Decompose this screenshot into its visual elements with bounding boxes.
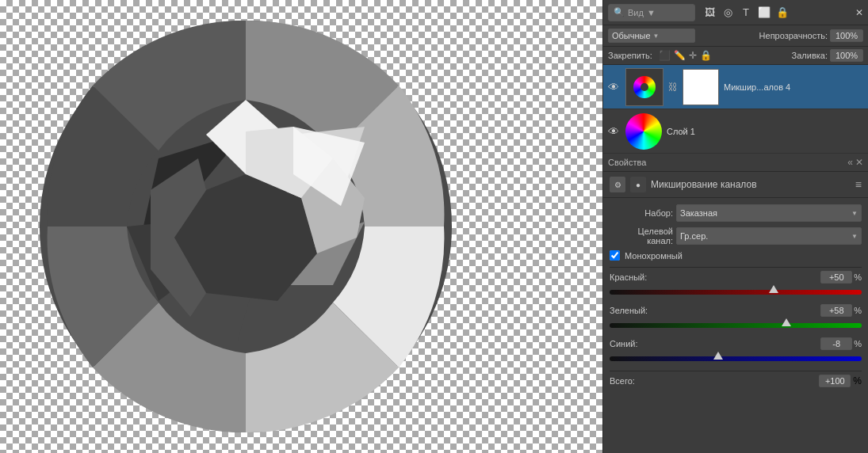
green-label: Зеленый:	[610, 306, 648, 315]
green-slider-track-container[interactable]	[610, 320, 862, 331]
layer-item-1[interactable]: 👁 Слой 1	[603, 109, 868, 154]
chain-icon-mixer: ⛓	[668, 82, 678, 93]
blend-mode-value: Обычные	[612, 31, 651, 40]
text-icon-btn[interactable]: T	[738, 5, 754, 21]
blue-slider-track	[610, 356, 862, 361]
channel-row: Целевой канал: Гр.сер. ▼	[610, 226, 862, 246]
layer-name-mixer: Микшир...алов 4	[724, 82, 863, 92]
mono-label: Монохромный	[625, 251, 683, 261]
blend-opacity-row: Обычные ▼ Непрозрачность: 100%	[603, 25, 868, 47]
green-percent: %	[854, 306, 862, 315]
mono-row: Монохромный	[610, 250, 862, 261]
search-text: Вид	[628, 8, 644, 17]
green-value-box[interactable]: +58	[820, 304, 852, 317]
layer-mask-thumb	[683, 69, 719, 105]
image-icon-btn[interactable]: 🖼	[702, 5, 717, 21]
divider-1	[610, 267, 862, 268]
panel-close-icon[interactable]: ✕	[855, 7, 863, 18]
top-bar: 🔍 Вид ▼ 🖼 ◎ T ⬜ 🔒 ✕	[603, 0, 868, 25]
mixer-menu-icon[interactable]: ≡	[855, 178, 862, 191]
green-slider-thumb	[782, 318, 791, 326]
opacity-control: Непрозрачность: 100%	[759, 29, 863, 42]
panel-controls: « ✕	[847, 157, 863, 168]
blue-value-box[interactable]: -8	[820, 337, 852, 350]
top-icons: 🖼 ◎ T ⬜ 🔒	[702, 5, 790, 21]
mixer-controls: Набор: Заказная ▼ Целевой канал: Гр.сер.…	[603, 198, 868, 394]
channel-label: Целевой канал:	[610, 226, 673, 246]
properties-title: Свойства	[608, 158, 646, 167]
green-slider-track	[610, 323, 862, 328]
mono-checkbox[interactable]	[610, 250, 620, 261]
red-slider-track-container[interactable]	[610, 287, 862, 298]
total-value-row: +100 %	[819, 375, 862, 387]
color-wheel-thumb	[625, 113, 662, 150]
total-row: Всего: +100 %	[610, 375, 862, 387]
search-dropdown-arrow[interactable]: ▼	[647, 8, 656, 17]
red-slider-section: Красный: +50 %	[610, 271, 862, 298]
blue-percent: %	[854, 339, 862, 348]
lock-pixels-icon[interactable]: ⬛	[659, 50, 671, 61]
mixer-section-title: Микширование каналов	[651, 179, 757, 190]
close-properties-icon[interactable]: ✕	[855, 157, 863, 168]
preset-dropdown[interactable]: Заказная ▼	[676, 204, 862, 222]
lock-artboard-icon[interactable]: 🔒	[700, 50, 712, 61]
blue-slider-header: Синий: -8 %	[610, 337, 862, 350]
green-slider-section: Зеленый: +58 %	[610, 304, 862, 331]
search-icon: 🔍	[614, 7, 625, 17]
mixer-title-row: ⚙ ● Микширование каналов	[610, 177, 757, 192]
lock-icon-btn[interactable]: 🔒	[774, 5, 790, 21]
circle-icon-btn[interactable]: ◎	[720, 5, 736, 21]
opacity-label: Непрозрачность:	[759, 31, 828, 40]
red-slider-track	[610, 290, 862, 295]
preset-arrow: ▼	[851, 210, 858, 217]
red-slider-header: Красный: +50 %	[610, 271, 862, 284]
lock-icons: ⬛ ✏️ ✛ 🔒	[659, 50, 712, 61]
total-label: Всего:	[610, 376, 635, 386]
blend-mode-arrow: ▼	[653, 32, 660, 40]
lock-all-icon[interactable]: ✛	[689, 50, 697, 61]
red-value-box[interactable]: +50	[820, 271, 852, 284]
canvas-area	[0, 0, 602, 453]
right-panel: 🔍 Вид ▼ 🖼 ◎ T ⬜ 🔒 ✕ Обычные ▼ Непрозрачн…	[602, 0, 868, 453]
artwork-svg	[0, 0, 602, 453]
red-percent: %	[854, 272, 862, 282]
fill-control: Заливка: 100%	[792, 49, 863, 62]
collapse-double-icon[interactable]: «	[847, 157, 853, 168]
total-percent: %	[853, 375, 862, 386]
channel-dropdown[interactable]: Гр.сер. ▼	[676, 227, 862, 245]
blend-mode-dropdown[interactable]: Обычные ▼	[608, 29, 695, 43]
layer-name-1: Слой 1	[667, 127, 863, 136]
lock-pos-icon[interactable]: ✏️	[674, 50, 686, 61]
blue-slider-section: Синий: -8 %	[610, 337, 862, 364]
fill-label: Заливка:	[792, 51, 828, 60]
preset-label: Набор:	[610, 208, 673, 218]
layer-item-mixer[interactable]: 👁 ⛓ Микшир...алов 4	[603, 65, 868, 109]
blue-label: Синий:	[610, 339, 638, 348]
opacity-value[interactable]: 100%	[830, 29, 863, 42]
total-value-box: +100	[819, 375, 851, 387]
green-value-row: +58 %	[820, 304, 862, 317]
blue-slider-track-container[interactable]	[610, 353, 862, 364]
channel-arrow: ▼	[851, 233, 858, 240]
mixer-icon-2[interactable]: ●	[630, 177, 646, 192]
channel-value: Гр.сер.	[680, 231, 708, 241]
frame-icon-btn[interactable]: ⬜	[756, 5, 772, 21]
red-value-row: +50 %	[820, 271, 862, 284]
red-label: Красный:	[610, 272, 647, 282]
green-slider-header: Зеленый: +58 %	[610, 304, 862, 317]
blue-slider-thumb	[713, 352, 723, 360]
preset-value: Заказная	[680, 208, 717, 218]
lock-fill-row: Закрепить: ⬛ ✏️ ✛ 🔒 Заливка: 100%	[603, 47, 868, 65]
mixer-icon-1[interactable]: ⚙	[610, 177, 625, 192]
preset-row: Набор: Заказная ▼	[610, 204, 862, 222]
properties-panel: ⚙ ● Микширование каналов ≡ Набор: Заказн…	[603, 172, 868, 453]
eye-icon-layer1[interactable]: 👁	[608, 125, 621, 138]
channel-mixer-header: ⚙ ● Микширование каналов ≡	[603, 172, 868, 198]
fill-value[interactable]: 100%	[830, 49, 863, 62]
layer-thumb-mixer	[625, 68, 663, 106]
eye-icon-mixer[interactable]: 👁	[608, 81, 621, 93]
divider-2	[610, 371, 862, 371]
search-box[interactable]: 🔍 Вид ▼	[608, 4, 695, 21]
lock-label: Закрепить:	[608, 51, 652, 60]
red-slider-thumb	[769, 285, 778, 293]
